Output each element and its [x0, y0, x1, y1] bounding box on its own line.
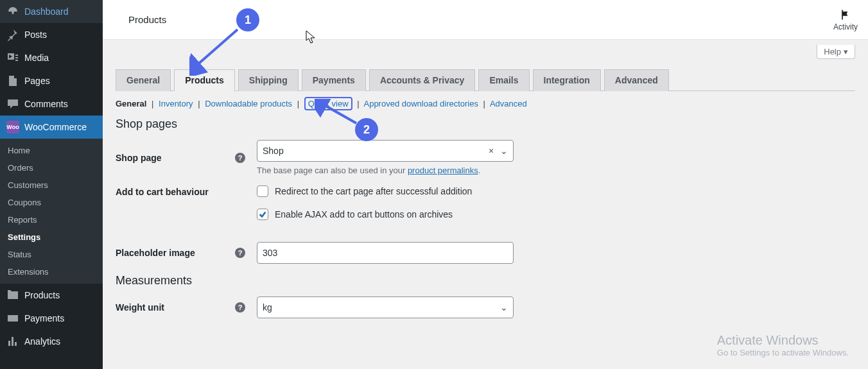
flag-icon: [839, 8, 852, 21]
sidebar-item-media[interactable]: Media: [0, 46, 103, 69]
submenu-customers[interactable]: Customers: [0, 176, 103, 194]
sidebar-label: Products: [24, 290, 60, 300]
sidebar-label: Analytics: [24, 336, 60, 347]
activity-button[interactable]: Activity: [833, 8, 858, 31]
sub-tabs: General | Inventory | Downloadable produ…: [116, 99, 855, 108]
section-shop-pages: Shop pages: [116, 117, 855, 131]
tab-emails[interactable]: Emails: [478, 69, 529, 91]
sidebar-label: Media: [24, 53, 49, 63]
activity-label: Activity: [833, 22, 858, 31]
tab-advanced[interactable]: Advanced: [604, 69, 669, 91]
comments-icon: [6, 98, 19, 110]
shop-page-select[interactable]: Shop × ⌄: [257, 140, 514, 162]
sidebar-label: Comments: [24, 99, 68, 109]
sidebar-item-comments[interactable]: Comments: [0, 92, 103, 116]
shop-page-desc: The base page can also be used in your p…: [257, 166, 514, 175]
submenu-extensions[interactable]: Extensions: [0, 263, 103, 280]
submenu-home[interactable]: Home: [0, 142, 103, 159]
submenu-settings[interactable]: Settings: [0, 228, 103, 246]
chevron-down-icon: ⌄: [500, 302, 508, 313]
subtab-inventory[interactable]: Inventory: [159, 99, 193, 108]
chevron-down-icon: ⌄: [500, 146, 508, 156]
help-tip-icon[interactable]: ?: [235, 302, 245, 313]
sidebar-item-woocommerce[interactable]: Woo WooCommerce: [0, 116, 103, 139]
topbar: Products Activity: [103, 0, 868, 40]
ajax-label: Enable AJAX add to cart buttons on archi…: [275, 209, 453, 219]
annotation-2: 2: [355, 118, 378, 141]
cursor-icon: [306, 30, 316, 44]
sidebar-item-posts[interactable]: Posts: [0, 23, 103, 46]
tab-integration[interactable]: Integration: [533, 69, 601, 91]
pin-icon: [6, 28, 19, 41]
sidebar-label: Posts: [24, 30, 47, 40]
tab-payments[interactable]: Payments: [302, 69, 366, 91]
sidebar-item-products[interactable]: Products: [0, 284, 103, 307]
sidebar-item-payments[interactable]: Payments: [0, 307, 103, 330]
subtab-advanced[interactable]: Advanced: [490, 99, 527, 108]
woo-icon: Woo: [6, 121, 19, 133]
subtab-approved[interactable]: Approved download directories: [363, 99, 478, 108]
main-content: Products Activity Help ▾ General Product…: [103, 0, 868, 369]
annotation-1: 1: [236, 8, 259, 31]
subtab-quickview[interactable]: Quick view: [304, 97, 352, 110]
products-icon: [6, 289, 19, 302]
sidebar-label: Pages: [24, 76, 50, 86]
ajax-checkbox[interactable]: [257, 209, 268, 220]
tab-shipping[interactable]: Shipping: [238, 69, 299, 91]
tab-products[interactable]: Products: [174, 69, 235, 91]
section-measurements: Measurements: [116, 274, 855, 287]
woocommerce-submenu: Home Orders Customers Coupons Reports Se…: [0, 139, 103, 284]
windows-activation-watermark: Activate Windows Go to Settings to activ…: [717, 333, 849, 357]
sidebar-label: Dashboard: [24, 6, 69, 17]
sidebar-label: WooCommerce: [24, 122, 87, 132]
help-tip-icon[interactable]: ?: [235, 248, 245, 258]
select-value: kg: [263, 302, 272, 313]
admin-sidebar: Dashboard Posts Media Pages Comments Woo…: [0, 0, 103, 369]
tab-accounts-privacy[interactable]: Accounts & Privacy: [369, 69, 476, 91]
weight-unit-label: Weight unit: [116, 302, 164, 313]
redirect-checkbox[interactable]: [257, 185, 268, 197]
help-tip-icon[interactable]: ?: [235, 153, 245, 163]
submenu-reports[interactable]: Reports: [0, 211, 103, 228]
help-toggle[interactable]: Help ▾: [817, 45, 855, 59]
sidebar-item-dashboard[interactable]: Dashboard: [0, 0, 103, 23]
product-permalinks-link[interactable]: product permalinks: [408, 166, 478, 175]
subtab-general[interactable]: General: [116, 99, 146, 108]
redirect-label: Redirect to the cart page after successf…: [275, 186, 472, 196]
subtab-downloadable[interactable]: Downloadable products: [205, 99, 292, 108]
media-icon: [6, 51, 19, 64]
pages-icon: [6, 74, 19, 87]
sidebar-item-pages[interactable]: Pages: [0, 69, 103, 92]
page-title: Products: [128, 14, 166, 25]
analytics-icon: [6, 335, 19, 348]
tab-general[interactable]: General: [116, 69, 171, 91]
placeholder-image-label: Placeholder image: [116, 248, 195, 258]
add-to-cart-label: Add to cart behaviour: [116, 187, 209, 197]
dashboard-icon: [6, 5, 19, 18]
weight-unit-select[interactable]: kg ⌄: [257, 296, 514, 318]
payments-icon: [6, 312, 19, 325]
sidebar-item-analytics[interactable]: Analytics: [0, 330, 103, 353]
submenu-coupons[interactable]: Coupons: [0, 194, 103, 211]
submenu-status[interactable]: Status: [0, 246, 103, 263]
clear-icon[interactable]: ×: [489, 146, 494, 156]
settings-tabs: General Products Shipping Payments Accou…: [116, 64, 855, 91]
submenu-orders[interactable]: Orders: [0, 159, 103, 176]
chevron-down-icon: ▾: [844, 47, 848, 56]
placeholder-image-input[interactable]: [257, 242, 514, 264]
select-value: Shop: [263, 146, 284, 156]
sidebar-label: Payments: [24, 313, 64, 323]
shop-page-label: Shop page: [116, 153, 162, 163]
